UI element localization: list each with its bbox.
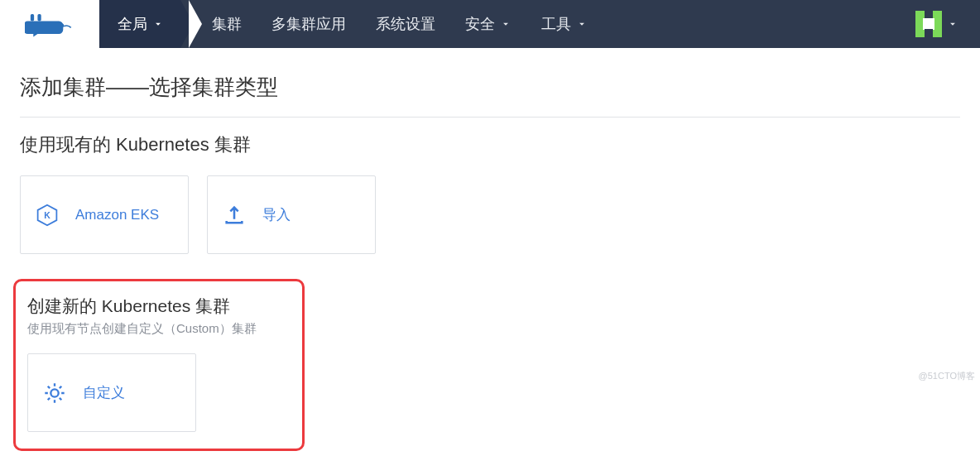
chevron-down-icon bbox=[576, 18, 588, 30]
logo[interactable] bbox=[0, 0, 99, 48]
nav-label: 多集群应用 bbox=[271, 14, 346, 34]
nav-label: 系统设置 bbox=[376, 14, 435, 34]
top-nav: 全局 集群 多集群应用 系统设置 安全 工具 bbox=[0, 0, 980, 48]
card-import[interactable]: 导入 bbox=[207, 175, 376, 254]
existing-section-title: 使用现有的 Kubernetes 集群 bbox=[20, 132, 960, 157]
create-section-title: 创建新的 Kubernetes 集群 bbox=[27, 295, 291, 318]
nav-bar: 全局 集群 多集群应用 系统设置 安全 工具 bbox=[99, 0, 980, 48]
create-cards-row: 自定义 bbox=[27, 353, 291, 432]
nav-item-clusters[interactable]: 集群 bbox=[197, 0, 257, 48]
create-section-subtitle: 使用现有节点创建自定义（Custom）集群 bbox=[27, 321, 291, 337]
import-icon bbox=[223, 204, 246, 227]
nav-item-settings[interactable]: 系统设置 bbox=[361, 0, 450, 48]
rancher-logo-icon bbox=[25, 9, 74, 39]
chevron-down-icon bbox=[500, 18, 512, 30]
watermark: @51CTO博客 bbox=[919, 370, 975, 382]
nav-label: 安全 bbox=[465, 14, 495, 34]
card-label: 自定义 bbox=[83, 383, 125, 402]
main-content: 添加集群——选择集群类型 使用现有的 Kubernetes 集群 K Amazo… bbox=[0, 48, 980, 468]
nav-item-security[interactable]: 安全 bbox=[450, 0, 526, 48]
nav-label: 集群 bbox=[212, 14, 242, 34]
card-custom[interactable]: 自定义 bbox=[27, 353, 196, 432]
svg-point-2 bbox=[60, 23, 64, 27]
svg-rect-1 bbox=[37, 14, 41, 22]
nav-label: 工具 bbox=[541, 14, 571, 34]
nav-global-label: 全局 bbox=[118, 14, 147, 34]
nav-item-tools[interactable]: 工具 bbox=[526, 0, 603, 48]
nav-item-multicluster[interactable]: 多集群应用 bbox=[257, 0, 361, 48]
svg-text:K: K bbox=[44, 210, 50, 220]
chevron-down-icon bbox=[947, 18, 958, 30]
existing-cards-row: K Amazon EKS 导入 bbox=[20, 175, 960, 254]
create-section-highlight: 创建新的 Kubernetes 集群 使用现有节点创建自定义（Custom）集群… bbox=[13, 279, 305, 451]
gear-icon bbox=[43, 381, 66, 405]
card-label: Amazon EKS bbox=[75, 207, 159, 223]
card-label: 导入 bbox=[262, 205, 291, 224]
page-title: 添加集群——选择集群类型 bbox=[20, 73, 960, 102]
avatar-icon bbox=[915, 11, 942, 37]
nav-separator bbox=[189, 0, 202, 48]
chevron-down-icon bbox=[152, 18, 164, 30]
divider bbox=[20, 117, 960, 118]
nav-global-scope[interactable]: 全局 bbox=[99, 0, 180, 48]
eks-icon: K bbox=[36, 204, 59, 227]
svg-rect-0 bbox=[31, 14, 34, 22]
user-menu[interactable] bbox=[901, 0, 973, 48]
card-amazon-eks[interactable]: K Amazon EKS bbox=[20, 175, 189, 254]
